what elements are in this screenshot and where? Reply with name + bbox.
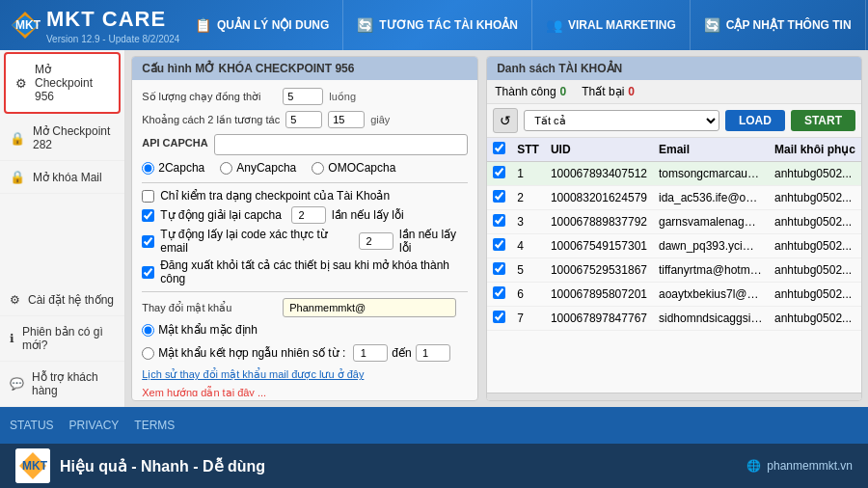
row-email: sidhomndsicaggsiu9@hot... — [653, 307, 769, 331]
api-section: API CAPCHA 2Capcha AnyCapcha — [142, 134, 468, 175]
row-checkbox[interactable] — [493, 190, 505, 203]
sidebar-item-checkpoint282[interactable]: 🔒 Mở Checkpoint 282 — [0, 116, 124, 161]
row-mail-kp: anhtubg0502... — [769, 186, 861, 210]
bottom-nav-status[interactable]: STATUS — [10, 419, 54, 432]
stat-that-bai: Thất bại 0 — [582, 85, 635, 98]
row-uid: 100067897847767 — [545, 307, 653, 331]
content-area: Cấu hình MỞ KHÓA CHECKPOINT 956 Số lượng… — [125, 50, 868, 407]
refresh-button[interactable]: ↺ — [493, 108, 518, 133]
radio-anycapcha[interactable]: AnyCapcha — [220, 161, 296, 175]
mokhoa-mail-icon: 🔒 — [10, 170, 25, 184]
sidebar-item-phienban-label: Phiên bản có gì mới? — [22, 325, 115, 352]
checkbox-tu-dong-giai-suffix: lần nếu lấy lỗi — [332, 208, 404, 222]
nav-capnhat-label: CẬP NHẬT THÔNG TIN — [726, 18, 852, 32]
row-checkbox-cell — [487, 162, 511, 186]
checkbox-tu-dong-giai-row: Tự động giải lại capcha lần nếu lấy lỗi — [142, 206, 468, 224]
khoang-cach-label: Khoảng cách 2 lần tương tác — [142, 114, 280, 126]
nav-capnhat[interactable]: 🔄 CẬP NHẬT THÔNG TIN — [691, 0, 866, 50]
password-input[interactable] — [283, 298, 456, 317]
radio-mac-dinh-label: Mật khẩu mặc định — [158, 323, 258, 337]
history-link[interactable]: Lịch sử thay đổi mật khẩu mail được lưu … — [142, 368, 364, 380]
row-email: tiffanyrtma@hotmail.com — [653, 258, 769, 283]
ket-hop-to-input[interactable] — [416, 344, 450, 362]
row-email: garnsvamalenagm@hot... — [653, 210, 769, 234]
nav-viral[interactable]: 👥 VIRAL MARKETING — [532, 0, 691, 50]
load-button[interactable]: LOAD — [725, 110, 785, 131]
nav-tuongtac-label: TƯƠNG TÁC TÀI KHOẢN — [379, 18, 518, 32]
lay-lai-code-input[interactable] — [359, 232, 393, 250]
row-checkbox[interactable] — [493, 286, 505, 299]
radio-anycapcha-input[interactable] — [220, 162, 232, 175]
col-checkbox — [487, 138, 511, 162]
row-mail-kp: anhtubg0502... — [769, 210, 861, 234]
globe-icon: 🌐 — [746, 459, 761, 473]
sidebar-item-checkpoint282-label: Mở Checkpoint 282 — [33, 124, 115, 151]
checkbox-dang-xuat[interactable] — [142, 266, 154, 279]
nav-quanly[interactable]: 📋 QUẢN LÝ NỘI DUNG — [181, 0, 343, 50]
radio-2capcha-input[interactable] — [142, 162, 154, 175]
row-checkbox[interactable] — [493, 238, 505, 251]
table-row: 5 100067529531867 tiffanyrtma@hotmail.co… — [487, 258, 861, 283]
panel-right-header: Danh sách TÀI KHOẢN — [487, 57, 861, 80]
row-email: tomsongcmarcauc@hot... — [653, 162, 769, 186]
bottom-nav-privacy-label: PRIVACY — [69, 419, 120, 432]
row-checkbox[interactable] — [493, 262, 505, 275]
row-checkbox[interactable] — [493, 311, 505, 323]
radio-omocapcha[interactable]: OMOCapcha — [312, 161, 395, 175]
footer: MKT Hiệu quả - Nhanh - Dễ dùng 🌐 phanmem… — [0, 444, 868, 488]
lay-lai-code-spinner — [359, 232, 393, 250]
checkbox-kiem-tra-label: Chỉ kiểm tra dạng checkpoint của Tài Kho… — [160, 189, 390, 203]
guide-link[interactable]: Xem hướng dẫn tại đây ... — [142, 387, 468, 396]
row-uid: 100067549157301 — [545, 234, 653, 258]
radio-ket-hop-input[interactable] — [142, 347, 154, 360]
row-stt: 1 — [511, 162, 545, 186]
bottom-nav-terms[interactable]: TERMS — [134, 419, 175, 432]
panel-left-title: Cấu hình MỞ KHÓA CHECKPOINT 956 — [142, 62, 354, 75]
checkbox-kiem-tra-row: Chỉ kiểm tra dạng checkpoint của Tài Kho… — [142, 189, 468, 203]
radio-omocapcha-label: OMOCapcha — [328, 161, 395, 175]
radio-ket-hop[interactable]: Mật khẩu kết hợp ngẫu nhiên số từ : đến — [142, 344, 468, 362]
table-header-row: STT UID Email Mail khôi phục — [487, 138, 861, 162]
so-luong-input[interactable] — [283, 88, 323, 105]
bottom-nav-status-label: STATUS — [10, 419, 54, 432]
bottom-nav-privacy[interactable]: PRIVACY — [69, 419, 120, 432]
nav-tuongtac[interactable]: 🔄 TƯƠNG TÁC TÀI KHOẢN — [343, 0, 532, 50]
sidebar-item-phienban[interactable]: ℹ Phiên bản có gì mới? — [0, 316, 124, 362]
row-checkbox[interactable] — [493, 166, 505, 178]
radio-omocapcha-input[interactable] — [312, 162, 324, 175]
khoang-cach-row: Khoảng cách 2 lần tương tác giây — [142, 111, 468, 128]
checkbox-dang-xuat-row: Đăng xuất khỏi tất cả các thiết bị sau k… — [142, 258, 468, 285]
to-range: đến — [353, 344, 449, 362]
radio-anycapcha-label: AnyCapcha — [236, 161, 296, 175]
checkbox-lay-lai-code[interactable] — [142, 235, 154, 248]
table-row: 3 100067889837792 garnsvamalenagm@hot...… — [487, 210, 861, 234]
checkbox-kiem-tra[interactable] — [142, 190, 154, 203]
start-button[interactable]: START — [791, 110, 855, 131]
select-all-checkbox[interactable] — [493, 142, 505, 154]
checkbox-tu-dong-giai[interactable] — [142, 209, 154, 222]
api-input[interactable] — [214, 134, 469, 155]
panel-left: Cấu hình MỞ KHÓA CHECKPOINT 956 Số lượng… — [131, 56, 478, 401]
sidebar-item-caidat[interactable]: ⚙ Cài đặt hệ thống — [0, 285, 124, 316]
radio-capcha-group: 2Capcha AnyCapcha OMOCapcha — [142, 161, 468, 175]
radio-2capcha[interactable]: 2Capcha — [142, 161, 204, 175]
that-bai-value: 0 — [628, 85, 635, 98]
sidebar-item-checkpoint956[interactable]: ⚙ Mở Checkpoint 956 — [4, 52, 121, 114]
radio-mac-dinh-input[interactable] — [142, 324, 154, 337]
filter-select[interactable]: Tất cả — [524, 110, 719, 131]
capnhat-icon: 🔄 — [704, 17, 720, 33]
so-luong-row: Số lượng chạy đồng thời luồng — [142, 88, 468, 105]
tu-dong-giai-spinner — [291, 206, 326, 224]
sidebar-item-hotro[interactable]: 💬 Hỗ trợ khách hàng — [0, 362, 124, 407]
khoang-cach-input2[interactable] — [328, 111, 365, 128]
table-row: 6 100067895807201 aoaytxbekius7l@hotmail… — [487, 283, 861, 307]
khoang-cach-input1[interactable] — [285, 111, 322, 128]
sidebar-item-mokhoa-mail[interactable]: 🔒 Mở khóa Mail — [0, 161, 124, 194]
scrollbar-horizontal[interactable] — [487, 393, 861, 400]
ket-hop-from-input[interactable] — [353, 344, 388, 362]
row-checkbox[interactable] — [493, 214, 505, 227]
radio-mac-dinh[interactable]: Mật khẩu mặc định — [142, 323, 468, 337]
table-row: 2 100083201624579 ida_ac536.ife@outlook.… — [487, 186, 861, 210]
accounts-table: STT UID Email Mail khôi phục 1 100067893… — [487, 138, 861, 331]
tu-dong-giai-input[interactable] — [291, 206, 326, 224]
